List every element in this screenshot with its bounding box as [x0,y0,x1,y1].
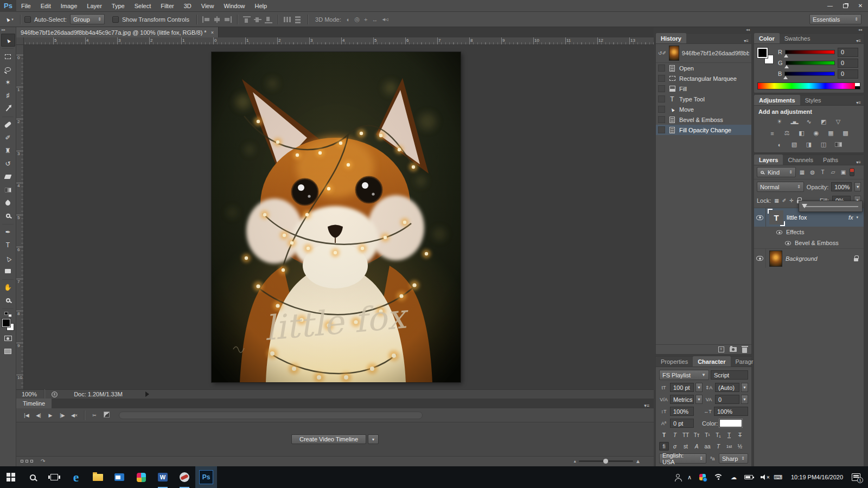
3d-roll-icon[interactable]: ◎ [354,16,360,23]
quick-mask-button[interactable] [1,332,15,345]
history-step-bevel[interactable]: Bevel & Emboss [656,114,751,125]
timeline-zoom-slider[interactable] [579,460,633,462]
tab-swatches[interactable]: Swatches [780,33,815,43]
antialias-select[interactable]: Sharp ⇕ [719,453,748,464]
timeline-panel-menu-icon[interactable]: ▾≡ [640,403,654,408]
blue-slider[interactable] [784,72,835,76]
color-balance-icon[interactable]: ⚖ [782,129,793,137]
foreground-color[interactable] [757,48,768,58]
tool-brush[interactable]: ✐ [1,131,15,144]
brightness-contrast-icon[interactable]: ☀ [774,118,785,126]
history-step-open[interactable]: Open [656,63,751,73]
titling-alternates-button[interactable]: aa [703,442,712,451]
hue-saturation-icon[interactable]: ≡ [767,129,778,137]
document-canvas[interactable]: little fox [212,52,461,382]
taskbar-slack[interactable] [130,466,152,488]
threshold-icon[interactable]: ◨ [803,140,814,149]
tray-onedrive-button[interactable]: ☁ [727,466,741,488]
history-snapshot-row[interactable]: ↺✐ 946fbe7bf1e26daad9f8bb4... [656,44,751,63]
taskbar-search-button[interactable] [22,466,43,488]
layer-row-background[interactable]: Background [754,248,864,268]
history-source-checkbox[interactable] [658,116,665,123]
red-value-field[interactable]: 0 [838,48,858,57]
tool-eyedropper[interactable] [1,102,15,115]
tray-keyboard-button[interactable]: ⌨ [770,466,786,488]
play-button[interactable]: ▶ [44,413,56,418]
font-size-field[interactable]: 100 pt [670,383,694,392]
3d-slide-icon[interactable]: ↔ [372,16,378,23]
3d-orbit-icon[interactable]: ◐ [347,16,350,23]
visibility-eye-icon[interactable] [756,215,763,220]
all-caps-button[interactable]: TT [681,431,691,439]
document-close-icon[interactable]: × [211,30,214,35]
channel-mixer-icon[interactable]: ▦ [826,129,837,137]
opacity-dropdown[interactable]: ▼ [854,182,861,191]
new-snapshot-icon[interactable] [730,347,737,352]
fx-collapse-arrow[interactable]: ▾ [856,215,858,220]
menu-image[interactable]: Image [56,0,82,12]
layers-panel-menu-icon[interactable]: ▾≡ [853,160,864,165]
color-swatches[interactable] [2,319,14,331]
tab-color[interactable]: Color [754,33,780,43]
filter-pixel-layers-icon[interactable]: ▦ [798,169,806,175]
active-tool-badge[interactable]: ▲ ▾ [2,14,16,25]
gradient-map-icon[interactable] [833,140,844,149]
align-center-h-icon[interactable] [213,16,221,23]
menu-layer[interactable]: Layer [82,0,107,12]
3d-pan-icon[interactable]: + [364,16,367,23]
tool-pen[interactable]: ✒ [1,226,15,239]
tool-rectangular-marquee[interactable] [1,50,15,63]
layer-name[interactable]: little fox [787,214,807,221]
taskbar-file-explorer[interactable] [87,466,108,488]
tab-paths[interactable]: Paths [818,155,843,165]
taskbar-word[interactable]: W [152,466,174,488]
blue-slider-thumb[interactable] [783,76,788,79]
text-color-swatch[interactable] [719,419,742,427]
tool-gradient[interactable] [1,183,15,196]
fill-slider-track[interactable] [803,206,858,207]
faux-italic-button[interactable]: T [670,431,680,439]
layer-fx-badge[interactable]: fx [848,214,853,221]
tab-character[interactable]: Character [693,356,730,367]
fg-bg-swatches[interactable] [756,47,775,65]
vibrance-icon[interactable]: ▽ [833,118,844,126]
menu-file[interactable]: File [16,0,36,12]
tab-styles[interactable]: Styles [800,95,826,105]
menu-edit[interactable]: Edit [36,0,56,12]
green-slider-thumb[interactable] [784,65,789,68]
create-video-timeline-button[interactable]: Create Video Timeline [291,434,366,444]
auto-select-checkbox[interactable] [24,16,31,23]
leading-dropdown[interactable]: ▼ [741,383,748,392]
tool-shape[interactable] [1,265,15,278]
color-panel-menu-icon[interactable]: ▾≡ [853,38,864,43]
history-panel-menu-icon[interactable]: ▾≡ [741,38,751,43]
blend-mode-select[interactable]: Normal ⇕ [757,182,804,192]
tracking-field[interactable]: 0 [715,395,739,404]
posterize-icon[interactable]: ▧ [789,140,800,149]
taskbar-edge[interactable]: e [65,466,87,488]
tool-eraser[interactable] [1,170,15,183]
leading-field[interactable]: (Auto) [715,383,739,392]
font-size-dropdown[interactable]: ▼ [695,383,703,392]
tab-channels[interactable]: Channels [783,155,818,165]
black-white-icon[interactable]: ◧ [796,129,807,137]
menu-3d[interactable]: 3D [179,0,196,12]
group-select[interactable]: Group ⇕ [70,14,105,24]
tool-lasso[interactable] [1,63,15,76]
history-source-checkbox[interactable] [658,85,665,92]
fill-slider-thumb[interactable] [802,204,807,208]
tab-adjustments[interactable]: Adjustments [754,95,800,105]
history-source-checkbox[interactable] [658,95,665,102]
menu-window[interactable]: Window [219,0,250,12]
tray-people-button[interactable] [672,466,684,488]
align-middle-icon[interactable] [253,16,262,23]
green-slider[interactable] [786,61,835,65]
distribute-h-icon[interactable] [283,16,292,23]
superscript-button[interactable]: T¹ [703,431,712,439]
collapse-panels-icon[interactable]: ◂◂ [754,27,864,33]
timeline-tab[interactable]: Timeline [16,399,52,408]
ruler-origin[interactable] [16,37,24,45]
split-clip-icon[interactable]: ✂ [88,413,100,418]
kerning-field[interactable]: Metrics [670,395,694,404]
toolbar-collapse-icon[interactable]: ▸▸ [0,27,16,34]
